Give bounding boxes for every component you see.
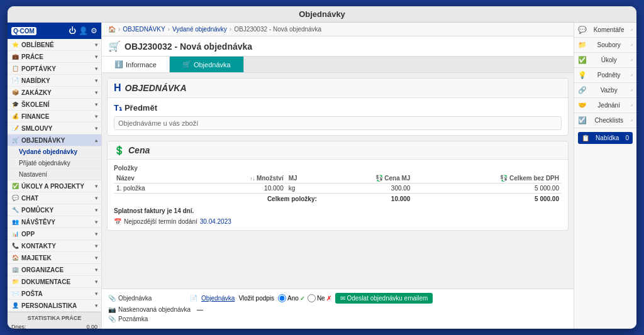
sidebar-item-objednavky[interactable]: 🛒OBJEDNÁVKY ▴ [8,135,101,146]
send-email-button[interactable]: ✉ Odeslat objednávku emailem [335,293,433,304]
chevron-down-icon: ▾ [95,219,97,225]
radio-ano-input[interactable] [278,294,286,302]
opp-icon: 📊 [11,230,19,238]
link-icon: 🔗 [578,86,587,94]
tab-objednavka[interactable]: 🛒 Objednávka [170,57,244,72]
logo: Q·COM [11,27,36,35]
rs-item-checklists[interactable]: ☑️ Checklists › [574,113,636,128]
tab-informace[interactable]: ℹ️ Informace [102,57,170,72]
table-row: 1. položka 10.000 kg 300.00 5 000.00 [114,184,562,194]
delivery-label: Nejpozdější termín dodání [124,218,197,225]
cell-mnozstvi: 10.000 [192,184,286,194]
sidebar-item-prace[interactable]: 💼PRÁCE ▾ [8,51,101,63]
rs-item-podnety[interactable]: 💡 Podněty › [574,68,636,83]
breadcrumb-current: OBJ230032 - Nová objednávka [234,26,321,33]
chevron-right-icon: › [631,57,633,63]
col-nazev: Název [114,173,192,184]
sidebar-item-kontakty[interactable]: 📞KONTAKTY ▾ [8,240,101,252]
check-icon: ✓ [300,295,305,302]
cell-cena-mj: 300.00 [319,184,413,194]
objednavky-icon: 🛒 [11,136,19,144]
right-panel: 🏠 › OBJEDNÁVKY › Vydané objednávky › OBJ… [102,23,636,329]
majetek-icon: 🏠 [11,254,19,261]
chevron-down-icon: ▾ [95,54,97,60]
folder-icon: 📁 [578,41,587,49]
sidebar-sub-prijate[interactable]: Přijaté objednávky [8,158,101,169]
rs-item-vazby[interactable]: 🔗 Vazby › [574,83,636,98]
sidebar-item-posta[interactable]: ✉️POŠTA ▾ [8,288,101,300]
sidebar-item-navstevy[interactable]: 👥NÁVŠTĚVY ▾ [8,216,101,228]
breadcrumb-vydane[interactable]: Vydané objednávky [172,26,227,33]
sidebar-item-opp[interactable]: 📊OPP ▾ [8,228,101,240]
sidebar-item-chat[interactable]: 💬CHAT ▾ [8,192,101,204]
footer-poznamka-text: Poznámka [118,316,148,322]
items-label: Položky [114,165,562,172]
chat-icon: 💬 [11,194,19,202]
footer-row-objednavka: 📎 Objednávka 📄 Objednávka Vložit podpis … [108,293,567,304]
chevron-right-icon: › [631,72,633,78]
subject-input[interactable]: Objednáváme u vás zboží [114,116,562,130]
sidebar-item-personalistika[interactable]: 👤PERSONALISTIKA ▾ [8,300,101,312]
organizace-icon: 🏢 [11,266,19,273]
sidebar-item-majetek[interactable]: 🏠MAJETEK ▾ [8,252,101,264]
zakazky-icon: 📦 [11,89,19,96]
check-icon: ✅ [578,56,587,64]
sidebar-item-organizace[interactable]: 🏢ORGANIZACE ▾ [8,264,101,276]
finance-label: FINANCE [21,113,49,120]
price-card-body: Položky Název ↑↓ Množství MJ 💱 Cena MJ 💱… [108,160,568,230]
sidebar-item-oblibene[interactable]: ⭐OBLÍBENÉ ▾ [8,39,101,51]
poptavky-label: POPTÁVKY [21,65,56,72]
sidebar-item-pomucky[interactable]: 🔧POMŮCKY ▾ [8,204,101,216]
rs-action-count: 0 [625,135,629,141]
chevron-right-icon: › [631,42,633,48]
footer-row-poznamka: 📎 Poznámka [108,316,567,322]
rs-action-label: Nabídka [596,135,619,141]
rs-item-soubory[interactable]: 📁 Soubory › [574,38,636,53]
sidebar-item-smlouvy[interactable]: 📝SMLOUVY ▾ [8,123,101,135]
settings-icon[interactable]: ⚙ [91,26,97,35]
breadcrumb: 🏠 › OBJEDNÁVKY › Vydané objednávky › OBJ… [102,23,574,36]
sidebar-item-dokumentace[interactable]: 📁DOKUMENTACE ▾ [8,276,101,288]
sidebar-item-poptavky[interactable]: 📋POPTÁVKY ▾ [8,63,101,75]
sidebar-sub-vydane[interactable]: Vydané objednávky [8,146,101,158]
dokumentace-label: DOKUMENTACE [21,278,70,285]
rs-item-jednani[interactable]: 🤝 Jednání › [574,98,636,113]
price-card-title: Cena [128,145,150,155]
sidebar-item-finance[interactable]: 💰FINANCE ▾ [8,111,101,123]
price-card-header: 💲 Cena [108,141,568,160]
titlebar: Objednávky [8,6,636,23]
radio-ano[interactable]: Ano ✓ [278,294,305,302]
radio-ne[interactable]: Ne ✗ [308,294,331,302]
breadcrumb-objednavky[interactable]: OBJEDNÁVKY [123,26,165,33]
chevron-down-icon: ▾ [95,279,97,285]
sidebar-item-nabidky[interactable]: 📄NABÍDKY ▾ [8,75,101,87]
chevron-down-icon: ▾ [95,42,97,48]
action-nabidka-button[interactable]: 📋 Nabídka 0 [578,132,633,144]
order-card-body: T₁ Předmět Objednáváme u vás zboží [108,98,568,135]
personalistika-label: PERSONALISTIKA [21,302,77,309]
stats-value-dnes: 0.00 [86,324,97,329]
sidebar-item-ukoly[interactable]: ✅ÚKOLY A PROJEKTY ▾ [8,180,101,192]
t1-icon: T₁ [114,103,122,113]
dokumentace-icon: 📁 [11,278,19,285]
chevron-down-icon: ▾ [95,66,97,72]
footer-label-objednavka: 📎 Objednávka [108,295,184,302]
kontakty-icon: 📞 [11,242,19,250]
content-header: 🛒 OBJ230032 - Nová objednávka [102,36,574,57]
power-icon[interactable]: ⏻ [69,26,76,35]
sidebar-nav: ⭐OBLÍBENÉ ▾ 💼PRÁCE ▾ 📋POPTÁVKY ▾ 📄NABÍDK… [8,39,101,312]
cell-nazev: 1. položka [114,184,192,194]
rs-item-ukoly[interactable]: ✅ Úkoly › [574,53,636,68]
chevron-down-icon: ▾ [95,207,97,213]
radio-ne-input[interactable] [308,294,316,302]
home-icon[interactable]: 🏠 [108,26,116,33]
chevron-right-icon: › [631,102,633,108]
sidebar-sub-nastaveni[interactable]: Nastavení [8,169,101,180]
rs-item-komentare[interactable]: 💬 Komentáře › [574,23,636,38]
sidebar-item-skoleni[interactable]: 🎓ŠKOLENÍ ▾ [8,99,101,111]
user-icon[interactable]: 👤 [79,26,88,35]
footer-objednavka-link[interactable]: Objednávka [201,295,235,302]
subject-placeholder: Objednáváme u vás zboží [118,119,198,127]
sidebar-item-zakazky[interactable]: 📦ZAKÁZKY ▾ [8,87,101,99]
nabidky-icon: 📄 [11,77,19,84]
